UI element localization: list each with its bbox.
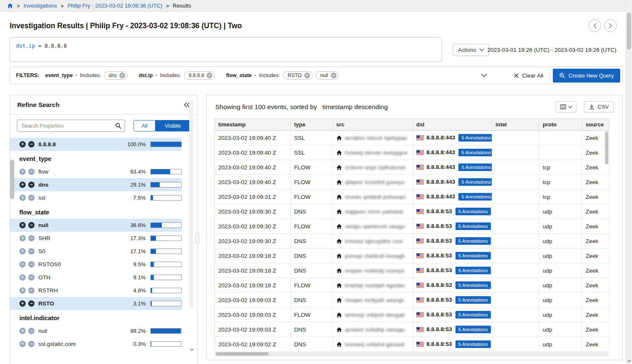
facet-include-icon[interactable]: + <box>19 300 26 307</box>
facet-scroll-down-icon[interactable] <box>190 348 194 351</box>
annotations-badge[interactable]: 5 Annotations <box>455 222 491 230</box>
facet-exclude-icon[interactable]: − <box>28 222 35 228</box>
prev-result-button[interactable] <box>589 19 601 32</box>
table-row[interactable]: 2023-03-02 19:09:18 ZDNSsnqtwv rmlkhdp x… <box>215 263 609 278</box>
facet-exclude-icon[interactable]: − <box>28 287 35 294</box>
facet-include-icon[interactable]: + <box>19 222 26 228</box>
table-horizontal-scrollbar[interactable] <box>214 351 609 357</box>
annotations-badge[interactable]: 5 Annotations <box>458 178 492 186</box>
column-header-type[interactable]: type <box>291 119 333 131</box>
annotations-badge[interactable]: 5 Annotations <box>458 134 492 142</box>
facet-exclude-icon[interactable]: − <box>28 235 35 241</box>
facet-include-icon[interactable]: + <box>19 182 26 188</box>
home-icon <box>336 224 342 229</box>
annotations-badge[interactable]: 5 Annotations <box>458 163 492 171</box>
column-header-src[interactable]: src <box>333 119 413 131</box>
table-row[interactable]: 2023-03-02 19:09:02 ZDNStvnmwq srklphd g… <box>215 337 609 352</box>
chip-remove-icon[interactable]: × <box>331 72 337 78</box>
facet-include-icon[interactable]: + <box>19 287 26 294</box>
page-scrollbar-thumb[interactable] <box>627 13 631 50</box>
next-result-button[interactable] <box>604 19 617 32</box>
column-header-dst[interactable]: dst <box>413 119 492 131</box>
actions-button[interactable]: Actions <box>453 44 489 56</box>
facet-include-icon[interactable]: + <box>19 169 26 175</box>
table-row[interactable]: 2023-03-02 19:09:31 ZFLOWtnsrwv qmbkdl p… <box>215 190 609 204</box>
facet-exclude-icon[interactable]: − <box>28 341 35 347</box>
breadcrumb-item[interactable]: Investigations <box>24 3 57 9</box>
facet-exclude-icon[interactable]: − <box>28 328 35 334</box>
annotations-badge[interactable]: 5 Annotations <box>455 340 491 348</box>
facet-include-icon[interactable]: + <box>19 195 26 201</box>
panel-resize-grip[interactable] <box>195 232 199 244</box>
search-properties-input[interactable] <box>21 123 115 129</box>
facet-exclude-icon[interactable]: − <box>28 195 35 201</box>
query-editor[interactable]: dst.ip = 8.8.8.8 <box>10 37 442 62</box>
chip-remove-icon[interactable]: × <box>119 72 125 78</box>
sort-selector[interactable]: timestamp descending <box>322 103 388 111</box>
annotations-badge[interactable]: 5 Annotations <box>455 281 491 289</box>
filter-chip-label: dns <box>109 72 117 78</box>
facet-include-icon[interactable]: + <box>19 235 26 241</box>
page-scroll-down-icon[interactable] <box>626 358 632 364</box>
toggle-all-button[interactable]: All <box>134 120 155 131</box>
breadcrumb-item[interactable]: Philip Fry - 2023-03-02 19:08:36 (UTC) <box>67 3 162 9</box>
facet-exclude-icon[interactable]: − <box>28 141 35 147</box>
table-row[interactable]: 2023-03-02 19:09:18 ZFLOWkrwmqt nvsldph … <box>215 278 609 293</box>
table-row[interactable]: 2023-03-02 19:09:03 ZFLOWwmnsqt vrklpxh … <box>215 308 609 322</box>
table-row[interactable]: 2023-03-02 19:09:30 ZDNSmqqwxn lvtrre yo… <box>215 204 609 219</box>
facet-include-icon[interactable]: + <box>19 261 26 268</box>
chip-remove-icon[interactable]: × <box>304 72 310 78</box>
table-vertical-scrollbar-thumb[interactable] <box>605 131 608 164</box>
annotations-badge[interactable]: 5 Annotations <box>455 326 491 333</box>
table-horizontal-scrollbar-thumb[interactable] <box>216 352 269 356</box>
facet-include-icon[interactable]: + <box>19 248 26 254</box>
annotations-badge[interactable]: 5 Annotations <box>458 193 492 201</box>
table-row[interactable]: 2023-03-02 19:09:30 ZDNSlrmnwa tqksvpdhe… <box>215 234 609 249</box>
home-icon[interactable] <box>7 3 13 8</box>
facet-exclude-icon[interactable]: − <box>28 169 35 175</box>
annotations-badge[interactable]: 5 Annotations <box>455 296 491 304</box>
facet-exclude-icon[interactable]: − <box>28 182 35 188</box>
column-header-intel[interactable]: intel <box>492 119 539 131</box>
column-header-timestamp[interactable]: timestamp <box>215 119 291 131</box>
filters-collapse-chevron-icon[interactable] <box>479 72 490 79</box>
facet-exclude-icon[interactable]: − <box>28 274 35 281</box>
csv-export-button[interactable]: CSV <box>584 101 614 112</box>
annotations-badge[interactable]: 5 Annotations <box>455 267 491 274</box>
facet-include-icon[interactable]: + <box>19 274 26 281</box>
table-row[interactable]: 2023-03-02 19:09:40 ZFLOWqlwpmr kvstnhd … <box>215 175 609 190</box>
annotations-badge[interactable]: 5 Annotations <box>455 311 491 318</box>
facet-include-icon[interactable]: + <box>19 328 26 334</box>
chip-remove-icon[interactable]: × <box>206 72 212 78</box>
table-row[interactable]: 2023-03-02 19:09:03 ZDNSqrnwmt svlkdhp o… <box>215 322 609 337</box>
table-row[interactable]: 2023-03-02 19:09:40 ZSSLwrndmo lvksch tq… <box>215 131 609 145</box>
facet-scrollbar-track[interactable] <box>189 99 193 308</box>
table-row[interactable]: 2023-03-02 19:09:18 ZDNSpxnvqs mwtkrdl h… <box>215 249 609 263</box>
table-row[interactable]: 2023-03-02 19:09:03 ZDNSntvqws mrlkpdh a… <box>215 293 609 308</box>
annotations-badge[interactable]: 5 Annotations <box>458 149 492 156</box>
annotations-badge[interactable]: 5 Annotations <box>455 208 491 215</box>
facet-scrollbar-thumb[interactable] <box>10 160 14 199</box>
table-row[interactable]: 2023-03-02 19:09:40 ZFLOWzmkvnt wspl rqd… <box>215 160 609 175</box>
column-picker-button[interactable] <box>556 101 576 112</box>
annotations-badge[interactable]: 5 Annotations <box>455 252 491 260</box>
facet-percent: 29.1% <box>130 182 146 188</box>
table-row[interactable]: 2023-03-02 19:09:40 ZSSLhxtewq nkrvds mu… <box>215 145 609 160</box>
table-row[interactable]: 2023-03-02 19:09:30 ZFLOWvktdps qwmlnrxh… <box>215 219 609 234</box>
column-header-proto[interactable]: proto <box>539 119 582 131</box>
cell-proto: udp <box>539 249 582 263</box>
facet-exclude-icon[interactable]: − <box>28 248 35 254</box>
facet-include-icon[interactable]: + <box>19 141 26 147</box>
table-vertical-scrollbar[interactable] <box>605 131 608 351</box>
facet-include-icon[interactable]: + <box>19 341 26 347</box>
toggle-visible-button[interactable]: Visible <box>155 120 190 131</box>
clear-all-button[interactable]: Clear All <box>507 69 550 82</box>
search-icon[interactable] <box>115 123 121 129</box>
column-header-source[interactable]: source <box>582 119 609 131</box>
results-table-body: 2023-03-02 19:09:40 ZSSLwrndmo lvksch tq… <box>215 131 609 352</box>
facet-exclude-icon[interactable]: − <box>28 261 35 268</box>
annotations-badge[interactable]: 5 Annotations <box>455 237 491 245</box>
create-new-query-button[interactable]: Create New Query <box>553 69 620 83</box>
page-scrollbar[interactable] <box>626 0 632 364</box>
facet-exclude-icon[interactable]: − <box>28 300 35 307</box>
